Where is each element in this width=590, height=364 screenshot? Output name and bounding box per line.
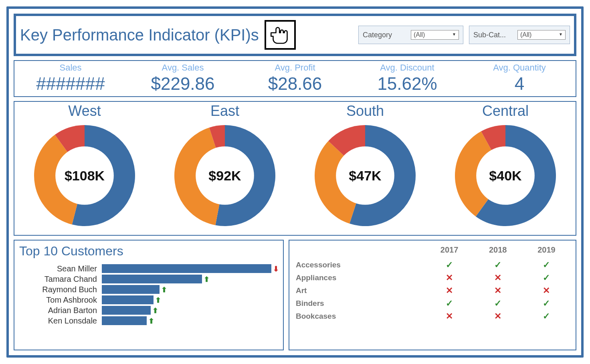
bar-row: Adrian Barton⬆	[19, 305, 278, 315]
kpi-value: 4	[463, 74, 576, 94]
matrix-row: Appliances✕✕✓	[294, 271, 571, 284]
check-icon: ✓	[522, 259, 571, 271]
donut-central: Central$40K	[435, 103, 576, 232]
kpi-value: $28.66	[239, 74, 351, 94]
bar-row: Tom Ashbrook⬆	[19, 295, 278, 305]
bar-track: ⬆	[102, 306, 278, 315]
matrix-year-header: 2018	[474, 244, 522, 259]
matrix-row-label: Appliances	[294, 271, 425, 284]
donut-chart: $47K	[309, 119, 421, 232]
top-customers-title: Top 10 Customers	[19, 244, 278, 259]
cross-icon: ✕	[425, 310, 474, 323]
bar-track: ⬆	[102, 295, 278, 304]
donut-west: West$108K	[14, 103, 155, 232]
matrix-corner	[294, 244, 425, 259]
kpi-value: #######	[14, 74, 127, 94]
kpi-strip: Sales ####### Avg. Sales $229.86 Avg. Pr…	[14, 60, 576, 97]
kpi-label: Avg. Discount	[351, 63, 463, 73]
pointing-hand-icon	[268, 24, 292, 46]
donut-chart: $40K	[449, 119, 562, 232]
bar-track: ⬆	[102, 275, 278, 283]
page-title: Key Performance Indicator (KPI)s	[20, 26, 259, 44]
matrix-row-label: Art	[294, 284, 425, 297]
check-icon: ✓	[474, 297, 522, 310]
donut-title: East	[155, 103, 295, 119]
kpi-label: Sales	[14, 63, 127, 73]
bar-track: ⬇	[102, 264, 278, 273]
matrix-row: Art✕✕✕	[294, 284, 571, 297]
filter-subcategory-select[interactable]: (All)	[517, 30, 566, 40]
check-icon: ✓	[425, 297, 474, 310]
bar-fill	[102, 306, 151, 315]
kpi-label: Avg. Profit	[239, 63, 351, 73]
kpi-label: Avg. Quantity	[463, 63, 576, 73]
dashboard-outer: Key Performance Indicator (KPI)s Categor…	[6, 6, 584, 358]
cross-icon: ✕	[474, 271, 522, 284]
header-bar: Key Performance Indicator (KPI)s Categor…	[14, 14, 576, 56]
trend-down-icon: ⬇	[273, 265, 279, 273]
check-icon: ✓	[522, 271, 571, 284]
filter-category[interactable]: Category (All)	[358, 26, 463, 44]
donut-chart: $108K	[28, 119, 141, 232]
donut-center-value: $108K	[65, 168, 105, 184]
matrix-year-header: 2019	[522, 244, 571, 259]
bar-fill	[102, 275, 202, 283]
bar-row: Tamara Chand⬆	[19, 274, 278, 284]
bar-row: Ken Lonsdale⬆	[19, 315, 278, 326]
cross-icon: ✕	[474, 310, 522, 323]
check-icon: ✓	[522, 297, 571, 310]
matrix-year-header: 2017	[425, 244, 474, 259]
bar-fill	[102, 295, 154, 304]
kpi-avg-sales: Avg. Sales $229.86	[127, 63, 239, 94]
matrix-row-label: Bookcases	[294, 310, 425, 323]
pointer-icon-box[interactable]	[265, 20, 296, 50]
bar-fill	[102, 285, 160, 294]
kpi-sales: Sales #######	[14, 63, 127, 94]
filter-subcategory-label: Sub-Cat...	[473, 31, 513, 39]
bar-fill	[102, 316, 147, 325]
check-icon: ✓	[522, 310, 571, 323]
bar-label: Sean Miller	[19, 264, 99, 273]
donut-east: East$92K	[155, 103, 295, 232]
region-donut-row: West$108KEast$92KSouth$47KCentral$40K	[14, 101, 576, 236]
bar-label: Ken Lonsdale	[19, 316, 99, 326]
trend-up-icon: ⬆	[148, 317, 154, 326]
top-customers-bars: Sean Miller⬇Tamara Chand⬆Raymond Buch⬆To…	[19, 263, 278, 326]
donut-title: West	[14, 103, 155, 119]
donut-center-value: $92K	[208, 168, 241, 184]
bar-label: Adrian Barton	[19, 306, 99, 315]
donut-center-value: $47K	[349, 168, 381, 184]
bar-row: Sean Miller⬇	[19, 263, 278, 274]
matrix-row-label: Accessories	[294, 259, 425, 271]
donut-south: South$47K	[295, 103, 435, 232]
top-customers-panel: Top 10 Customers Sean Miller⬇Tamara Chan…	[14, 240, 284, 350]
trend-up-icon: ⬆	[152, 306, 158, 315]
cross-icon: ✕	[425, 284, 474, 297]
cross-icon: ✕	[522, 284, 571, 297]
check-icon: ✓	[474, 259, 522, 271]
bar-row: Raymond Buch⬆	[19, 284, 278, 295]
bar-fill	[102, 264, 271, 273]
matrix-row: Bookcases✕✕✓	[294, 310, 571, 323]
kpi-avg-quantity: Avg. Quantity 4	[463, 63, 576, 94]
trend-up-icon: ⬆	[204, 275, 210, 284]
bar-track: ⬆	[102, 316, 278, 325]
donut-title: South	[295, 103, 435, 119]
donut-title: Central	[435, 103, 576, 119]
kpi-avg-discount: Avg. Discount 15.62%	[351, 63, 463, 94]
kpi-value: 15.62%	[351, 74, 463, 94]
trend-up-icon: ⬆	[155, 296, 161, 305]
cross-icon: ✕	[474, 284, 522, 297]
filter-subcategory[interactable]: Sub-Cat... (All)	[469, 26, 570, 44]
kpi-avg-profit: Avg. Profit $28.66	[239, 63, 351, 94]
kpi-value: $229.86	[127, 74, 239, 94]
filter-category-select[interactable]: (All)	[411, 30, 459, 40]
bar-label: Tom Ashbrook	[19, 295, 99, 305]
category-matrix-table: 201720182019 Accessories✓✓✓Appliances✕✕✓…	[294, 244, 571, 323]
bottom-row: Top 10 Customers Sean Miller⬇Tamara Chan…	[14, 240, 576, 350]
donut-chart: $92K	[169, 119, 281, 232]
cross-icon: ✕	[425, 271, 474, 284]
category-matrix-panel: 201720182019 Accessories✓✓✓Appliances✕✕✓…	[289, 240, 576, 350]
donut-center-value: $40K	[489, 168, 521, 184]
filter-category-label: Category	[363, 31, 407, 39]
